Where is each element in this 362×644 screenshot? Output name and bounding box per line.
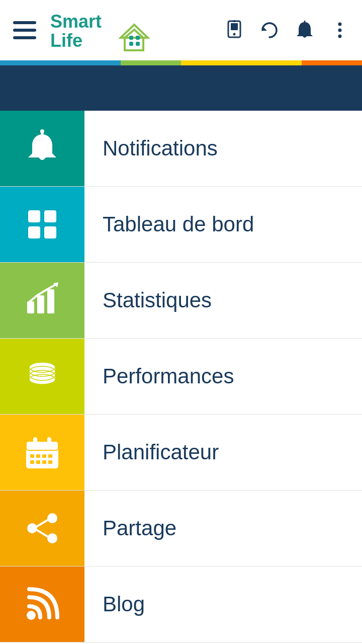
svg-rect-20 — [28, 210, 40, 222]
notifications-icon-box — [0, 111, 84, 186]
color-bar-green — [121, 60, 181, 65]
svg-point-53 — [47, 533, 57, 543]
refresh-icon[interactable] — [256, 17, 283, 43]
svg-rect-41 — [33, 437, 37, 445]
color-bar-orange — [302, 60, 362, 65]
logo: Smart Life — [50, 8, 151, 53]
svg-rect-9 — [231, 23, 238, 30]
svg-point-17 — [338, 35, 342, 38]
svg-rect-23 — [44, 226, 56, 238]
header-left: Smart Life — [9, 8, 151, 53]
svg-rect-21 — [44, 210, 56, 222]
blog-label: Blog — [84, 592, 145, 616]
svg-rect-47 — [30, 460, 34, 464]
menu-item-statistiques[interactable]: Statistiques — [0, 263, 362, 339]
statistiques-icon-box — [0, 263, 84, 338]
svg-rect-50 — [48, 460, 52, 464]
svg-rect-43 — [30, 454, 34, 458]
bell-menu-icon — [22, 128, 62, 169]
tableau-label: Tableau de bord — [84, 212, 254, 236]
device-icon[interactable] — [221, 17, 247, 43]
statistiques-label: Statistiques — [84, 288, 212, 312]
logo-svg: Smart Life — [50, 8, 151, 53]
tableau-icon-box — [0, 187, 84, 262]
color-bar — [0, 60, 362, 65]
svg-rect-26 — [47, 289, 54, 313]
svg-rect-44 — [36, 454, 40, 458]
bell-icon[interactable] — [292, 17, 318, 43]
svg-line-54 — [37, 520, 47, 526]
menu-item-performances[interactable]: Performances — [0, 339, 362, 415]
header-actions — [221, 17, 353, 43]
svg-rect-22 — [28, 226, 40, 238]
svg-rect-5 — [136, 42, 140, 46]
svg-rect-49 — [42, 460, 46, 464]
more-icon[interactable] — [327, 17, 353, 43]
svg-line-55 — [37, 530, 47, 536]
svg-point-51 — [47, 513, 57, 523]
side-menu: Notifications Tableau de bord — [0, 111, 362, 642]
partage-label: Partage — [84, 516, 176, 540]
grid-menu-icon — [22, 204, 62, 245]
menu-item-notifications[interactable]: Notifications — [0, 111, 362, 187]
menu-item-partage[interactable]: Partage — [0, 491, 362, 567]
svg-point-16 — [338, 29, 342, 32]
blog-icon-box — [0, 567, 84, 642]
svg-marker-13 — [262, 26, 267, 31]
svg-text:Life: Life — [50, 30, 82, 51]
svg-rect-7 — [136, 36, 140, 40]
planificateur-label: Planificateur — [84, 440, 219, 464]
svg-rect-46 — [48, 454, 52, 458]
svg-rect-48 — [36, 460, 40, 464]
svg-rect-4 — [129, 42, 133, 46]
top-banner — [0, 65, 362, 111]
menu-item-tableau[interactable]: Tableau de bord — [0, 187, 362, 263]
partage-icon-box — [0, 491, 84, 566]
svg-point-52 — [27, 523, 37, 533]
svg-rect-6 — [129, 36, 133, 40]
svg-rect-25 — [37, 295, 44, 313]
calendar-menu-icon — [22, 432, 62, 472]
chart-menu-icon — [22, 280, 62, 320]
performances-icon-box — [0, 339, 84, 414]
svg-marker-2 — [125, 30, 143, 50]
menu-item-blog[interactable]: Blog — [0, 567, 362, 642]
app-header: Smart Life — [0, 0, 362, 60]
performances-label: Performances — [84, 364, 234, 388]
svg-rect-42 — [47, 437, 51, 445]
menu-item-planificateur[interactable]: Planificateur — [0, 415, 362, 491]
planificateur-icon-box — [0, 415, 84, 490]
color-bar-yellow — [181, 60, 302, 65]
coins-menu-icon — [22, 356, 62, 396]
svg-point-56 — [27, 611, 36, 620]
svg-text:Smart: Smart — [50, 11, 102, 32]
svg-point-10 — [233, 33, 236, 36]
hamburger-menu[interactable] — [9, 17, 40, 43]
svg-point-15 — [338, 23, 342, 26]
share-menu-icon — [22, 508, 62, 548]
rss-menu-icon — [22, 584, 62, 624]
color-bar-blue — [0, 60, 121, 65]
svg-marker-3 — [121, 25, 148, 38]
notifications-label: Notifications — [84, 136, 218, 160]
svg-rect-45 — [42, 454, 46, 458]
svg-point-19 — [40, 129, 44, 133]
